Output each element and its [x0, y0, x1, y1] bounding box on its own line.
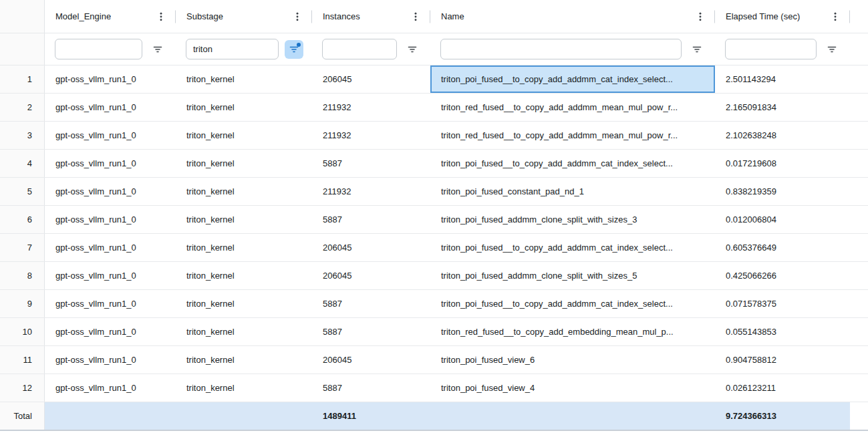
cell-substage[interactable]: triton_kernel: [176, 178, 312, 205]
total-cell-model-engine: [45, 402, 176, 430]
cell-name[interactable]: triton_poi_fused_view_4: [430, 374, 715, 402]
cell-elapsed-time-sec[interactable]: 0.904758812: [715, 346, 850, 374]
cell-model-engine[interactable]: gpt-oss_vllm_run1_0: [45, 122, 176, 149]
cell-substage[interactable]: triton_kernel: [176, 206, 312, 233]
cell-instances[interactable]: 211932: [312, 122, 430, 149]
column-header-label: Name: [441, 11, 464, 21]
cell-instances[interactable]: 206045: [312, 262, 430, 289]
cell-elapsed-time-sec[interactable]: 0.605376649: [715, 234, 850, 261]
cell-instances[interactable]: 206045: [312, 346, 430, 374]
column-header-elapsed-time-sec[interactable]: Elapsed Time (sec): [715, 0, 850, 33]
cell-name[interactable]: triton_poi_fused_constant_pad_nd_1: [430, 178, 715, 205]
cell-instances[interactable]: 206045: [312, 65, 430, 93]
cell-elapsed-time-sec[interactable]: 0.838219359: [715, 178, 850, 205]
cell-substage[interactable]: triton_kernel: [176, 290, 312, 317]
cell-elapsed-time-sec[interactable]: 0.017219608: [715, 150, 850, 177]
row-number: 3: [0, 122, 45, 149]
cell-elapsed-time-sec[interactable]: 0.071578375: [715, 290, 850, 317]
column-menu-kebab-icon[interactable]: [829, 9, 842, 24]
cell-name[interactable]: triton_poi_fused__to_copy_add_addmm_cat_…: [430, 290, 715, 317]
cell-substage[interactable]: triton_kernel: [176, 262, 312, 289]
filter-filler: [850, 33, 868, 65]
cell-model-engine[interactable]: gpt-oss_vllm_run1_0: [45, 94, 176, 121]
row-filler: [850, 234, 868, 261]
cell-elapsed-time-sec[interactable]: 0.425066266: [715, 262, 850, 289]
filter-icon[interactable]: [823, 40, 841, 59]
table-row: 11gpt-oss_vllm_run1_0triton_kernel206045…: [0, 346, 868, 374]
name-filter-input[interactable]: [440, 39, 682, 59]
row-number: 2: [0, 94, 45, 121]
cell-model-engine[interactable]: gpt-oss_vllm_run1_0: [45, 290, 176, 317]
cell-elapsed-time-sec[interactable]: 2.165091834: [715, 94, 850, 121]
cell-name[interactable]: triton_poi_fused_view_6: [430, 346, 715, 374]
column-header-substage[interactable]: Substage: [176, 0, 312, 33]
cell-substage[interactable]: triton_kernel: [176, 65, 312, 93]
cell-instances[interactable]: 5887: [312, 318, 430, 345]
cell-model-engine[interactable]: gpt-oss_vllm_run1_0: [45, 374, 176, 402]
cell-name[interactable]: triton_poi_fused_addmm_clone_split_with_…: [430, 206, 715, 233]
cell-substage[interactable]: triton_kernel: [176, 150, 312, 177]
cell-model-engine[interactable]: gpt-oss_vllm_run1_0: [45, 65, 176, 93]
header-row: Model_EngineSubstageInstancesNameElapsed…: [0, 0, 868, 33]
cell-elapsed-time-sec[interactable]: 2.102638248: [715, 122, 850, 149]
model-engine-filter-input[interactable]: [55, 39, 142, 59]
row-number: 7: [0, 234, 45, 261]
column-menu-kebab-icon[interactable]: [291, 9, 304, 24]
filter-icon[interactable]: [403, 40, 422, 59]
column-header-name[interactable]: Name: [430, 0, 715, 33]
filter-icon[interactable]: [688, 40, 706, 59]
filter-icon[interactable]: [148, 40, 167, 59]
cell-substage[interactable]: triton_kernel: [176, 122, 312, 149]
cell-name[interactable]: triton_poi_fused__to_copy_add_addmm_cat_…: [430, 150, 715, 177]
table-row: 3gpt-oss_vllm_run1_0triton_kernel211932t…: [0, 122, 868, 150]
column-menu-kebab-icon[interactable]: [694, 9, 707, 24]
cell-substage[interactable]: triton_kernel: [176, 346, 312, 374]
elapsed-time-sec-filter-input[interactable]: [725, 39, 817, 59]
cell-model-engine[interactable]: gpt-oss_vllm_run1_0: [45, 262, 176, 289]
selected-cell-name[interactable]: triton_poi_fused__to_copy_add_addmm_cat_…: [430, 65, 715, 93]
cell-name[interactable]: triton_red_fused__to_copy_add_addmm_mean…: [430, 94, 715, 121]
cell-instances[interactable]: 211932: [312, 178, 430, 205]
cell-name[interactable]: triton_red_fused__to_copy_add_addmm_mean…: [430, 122, 715, 149]
cell-model-engine[interactable]: gpt-oss_vllm_run1_0: [45, 178, 176, 205]
cell-model-engine[interactable]: gpt-oss_vllm_run1_0: [45, 206, 176, 233]
header-corner-cell: [0, 0, 45, 33]
total-cell-elapsed-time-sec: 9.724366313: [715, 402, 850, 430]
cell-substage[interactable]: triton_kernel: [176, 234, 312, 261]
row-number: 4: [0, 150, 45, 177]
cell-name[interactable]: triton_red_fused__to_copy_add_embedding_…: [430, 318, 715, 345]
table-row: 2gpt-oss_vllm_run1_0triton_kernel211932t…: [0, 94, 868, 122]
cell-instances[interactable]: 5887: [312, 206, 430, 233]
cell-elapsed-time-sec[interactable]: 0.026123211: [715, 374, 850, 402]
row-filler: [850, 150, 868, 177]
cell-substage[interactable]: triton_kernel: [176, 318, 312, 345]
column-menu-kebab-icon[interactable]: [409, 9, 422, 24]
substage-filter-input[interactable]: [186, 39, 279, 59]
cell-name[interactable]: triton_poi_fused_addmm_clone_split_with_…: [430, 262, 715, 289]
column-resize-handle[interactable]: [849, 10, 850, 23]
cell-instances[interactable]: 211932: [312, 94, 430, 121]
row-number: 5: [0, 178, 45, 205]
cell-elapsed-time-sec[interactable]: 2.501143294: [715, 65, 850, 93]
cell-substage[interactable]: triton_kernel: [176, 94, 312, 121]
cell-elapsed-time-sec[interactable]: 0.055143853: [715, 318, 850, 345]
cell-instances[interactable]: 5887: [312, 374, 430, 402]
cell-model-engine[interactable]: gpt-oss_vllm_run1_0: [45, 150, 176, 177]
column-menu-kebab-icon[interactable]: [154, 9, 168, 24]
column-header-instances[interactable]: Instances: [312, 0, 430, 33]
cell-instances[interactable]: 5887: [312, 150, 430, 177]
cell-instances[interactable]: 5887: [312, 290, 430, 317]
cell-substage[interactable]: triton_kernel: [176, 374, 312, 402]
cell-elapsed-time-sec[interactable]: 0.012006804: [715, 206, 850, 233]
cell-instances[interactable]: 206045: [312, 234, 430, 261]
cell-model-engine[interactable]: gpt-oss_vllm_run1_0: [45, 318, 176, 345]
filter-row: [0, 33, 868, 65]
filter-cell-elapsed-time-sec: [715, 33, 850, 65]
cell-model-engine[interactable]: gpt-oss_vllm_run1_0: [45, 234, 176, 261]
column-header-model-engine[interactable]: Model_Engine: [45, 0, 176, 33]
cell-model-engine[interactable]: gpt-oss_vllm_run1_0: [45, 346, 176, 374]
filter-active-icon[interactable]: [285, 40, 303, 59]
column-header-label: Model_Engine: [55, 11, 111, 21]
instances-filter-input[interactable]: [322, 39, 397, 59]
cell-name[interactable]: triton_poi_fused__to_copy_add_addmm_cat_…: [430, 234, 715, 261]
